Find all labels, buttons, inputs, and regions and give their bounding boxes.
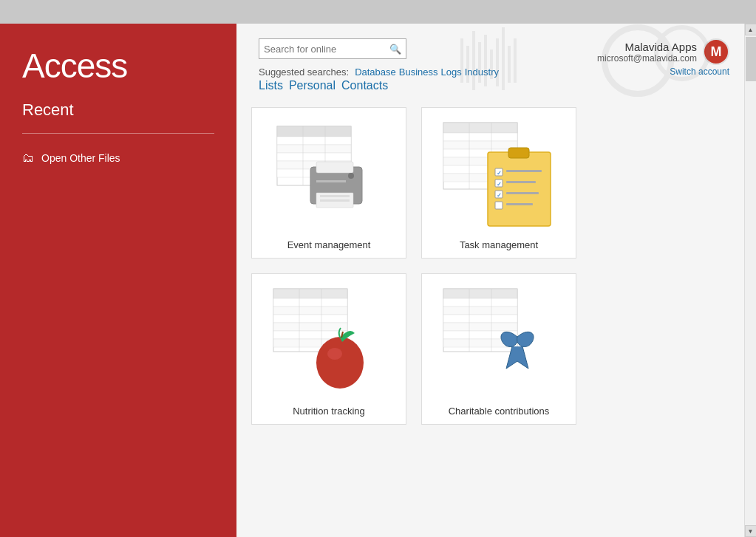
svg-rect-54 xyxy=(273,307,347,315)
template-event-image xyxy=(262,115,395,233)
template-nutrition-label: Nutrition tracking xyxy=(293,406,365,417)
main-area: 🔍 Suggested searches: Database Business … xyxy=(236,24,756,537)
svg-rect-14 xyxy=(277,137,351,145)
svg-rect-48 xyxy=(506,192,539,194)
title-bar: ? — ❐ ✕ xyxy=(0,0,756,24)
account-row: Malavida Apps microsoft@malavida.com M xyxy=(597,38,729,65)
templates-grid: Event management xyxy=(236,100,744,537)
svg-rect-66 xyxy=(443,298,517,307)
svg-rect-52 xyxy=(273,289,347,298)
avatar: M xyxy=(703,38,729,65)
svg-rect-50 xyxy=(506,203,533,205)
svg-rect-16 xyxy=(277,153,351,161)
search-section: 🔍 Suggested searches: Database Business … xyxy=(259,38,596,92)
svg-rect-30 xyxy=(443,133,517,141)
svg-rect-29 xyxy=(443,123,517,133)
search-input[interactable] xyxy=(264,44,389,55)
switch-account-link[interactable]: Switch account xyxy=(670,66,729,77)
svg-rect-45 xyxy=(506,181,536,183)
template-charitable-label: Charitable contributions xyxy=(449,406,550,417)
template-charitable-image xyxy=(432,281,565,400)
suggestion-business[interactable]: Business xyxy=(399,66,438,78)
search-icon[interactable]: 🔍 xyxy=(389,44,401,55)
suggestion-database[interactable]: Database xyxy=(355,66,396,78)
suggestion-logs[interactable]: Logs xyxy=(441,66,462,78)
open-other-label: Open Other Files xyxy=(41,152,120,164)
svg-rect-67 xyxy=(443,307,517,315)
svg-text:✓: ✓ xyxy=(497,192,502,199)
svg-rect-65 xyxy=(443,289,517,298)
suggested-searches: Suggested searches: Database Business Lo… xyxy=(259,66,596,78)
template-nutrition-tracking[interactable]: Nutrition tracking xyxy=(251,273,406,425)
sidebar-divider xyxy=(22,133,214,134)
suggestion-lists[interactable]: Lists xyxy=(259,79,283,92)
template-charitable-contributions[interactable]: Charitable contributions xyxy=(421,273,576,425)
main-header: 🔍 Suggested searches: Database Business … xyxy=(236,24,744,100)
account-name: Malavida Apps xyxy=(624,41,697,53)
scroll-up-button[interactable]: ▲ xyxy=(745,24,757,35)
svg-rect-13 xyxy=(277,126,351,137)
suggested-label: Suggested searches: xyxy=(259,66,349,78)
suggestion-industry[interactable]: Industry xyxy=(465,66,499,78)
app-title: Access xyxy=(22,46,214,86)
svg-rect-68 xyxy=(443,315,517,323)
svg-rect-53 xyxy=(273,298,347,307)
svg-text:✓: ✓ xyxy=(497,181,502,188)
scroll-down-button[interactable]: ▼ xyxy=(745,525,757,537)
template-event-label: Event management xyxy=(287,239,371,250)
folder-icon: 🗂 xyxy=(22,151,34,165)
svg-text:✓: ✓ xyxy=(497,170,502,177)
suggestion-contacts[interactable]: Contacts xyxy=(341,79,388,92)
svg-point-61 xyxy=(316,337,364,389)
svg-rect-69 xyxy=(443,323,517,331)
svg-rect-25 xyxy=(320,199,350,202)
svg-rect-22 xyxy=(316,162,353,173)
scroll-thumb[interactable] xyxy=(746,37,756,81)
svg-rect-56 xyxy=(273,323,347,331)
account-section: Malavida Apps microsoft@malavida.com M S… xyxy=(596,38,729,77)
template-task-label: Task management xyxy=(460,239,538,250)
recent-label: Recent xyxy=(22,100,214,120)
account-email: microsoft@malavida.com xyxy=(597,53,697,64)
svg-rect-49 xyxy=(495,202,503,209)
content-panel: 🔍 Suggested searches: Database Business … xyxy=(236,24,744,537)
suggested-row2: Lists Personal Contacts xyxy=(259,79,596,92)
template-task-image: ✓ ✓ ✓ xyxy=(432,115,565,233)
svg-rect-39 xyxy=(508,148,529,158)
svg-rect-38 xyxy=(488,152,551,226)
template-task-management[interactable]: ✓ ✓ ✓ xyxy=(421,107,576,259)
svg-rect-42 xyxy=(506,170,542,172)
svg-point-62 xyxy=(327,348,342,360)
svg-point-26 xyxy=(348,173,354,179)
svg-rect-24 xyxy=(320,195,350,197)
sidebar: Access Recent 🗂 Open Other Files xyxy=(0,24,236,537)
svg-rect-27 xyxy=(316,180,346,182)
svg-rect-55 xyxy=(273,315,347,323)
svg-rect-15 xyxy=(277,145,351,153)
scrollbar[interactable]: ▲ ▼ xyxy=(744,24,756,537)
template-event-management[interactable]: Event management xyxy=(251,107,406,259)
search-box[interactable]: 🔍 xyxy=(259,38,406,59)
svg-rect-31 xyxy=(443,141,517,149)
template-nutrition-image xyxy=(262,281,395,400)
open-other-files-item[interactable]: 🗂 Open Other Files xyxy=(22,148,214,168)
suggestion-personal[interactable]: Personal xyxy=(289,79,336,92)
